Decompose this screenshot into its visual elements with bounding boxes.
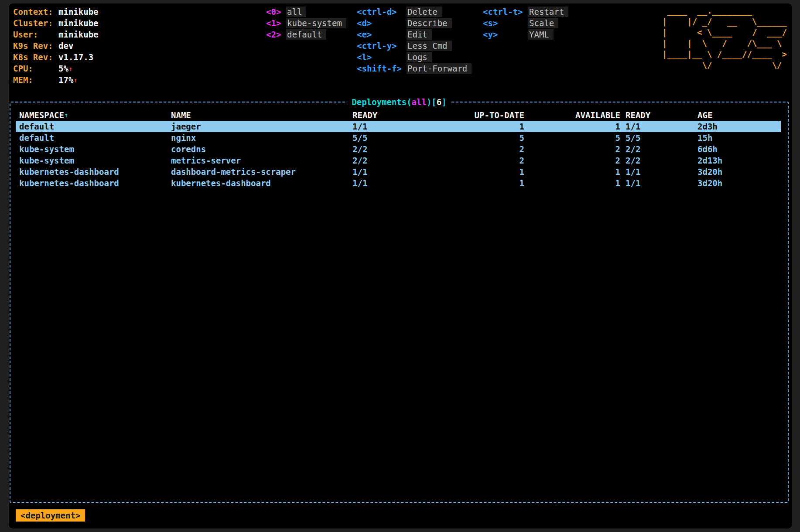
cell-namespace: kube-system: [19, 143, 171, 155]
info-value: minikube: [58, 18, 99, 28]
info-value: v1.17.3: [58, 52, 93, 62]
shortcut-port-forward: <shift-f>Port-Forward: [357, 63, 472, 74]
hotkey: <2>: [266, 29, 286, 40]
column-header-ready-2[interactable]: READY: [620, 109, 697, 121]
column-header-available[interactable]: AVAILABLE: [524, 109, 620, 121]
cell-up-to-date: 2: [474, 143, 524, 155]
shortcut-scale: <s>Scale: [483, 17, 568, 29]
info-row-user: User:minikube: [13, 29, 99, 40]
info-label: K9s Rev:: [13, 40, 58, 51]
cell-name: kubernetes-dashboard: [171, 177, 352, 189]
cell-available: 1: [524, 166, 620, 177]
title-punct: (: [407, 97, 411, 107]
shortcut-less-cmd: <ctrl-y>Less Cmd: [357, 40, 472, 51]
info-label: Context:: [13, 6, 58, 17]
cell-up-to-date: 1: [474, 121, 524, 132]
cell-name: dashboard-metrics-scraper: [171, 166, 352, 177]
info-value: minikube: [58, 7, 99, 17]
mem-trend-up-icon: ↑: [73, 76, 77, 84]
cell-age: 15h: [697, 132, 781, 143]
table-row[interactable]: kubernetes-dashboard kubernetes-dashboar…: [16, 177, 781, 189]
title-count: 6: [437, 97, 441, 107]
info-label: Cluster:: [13, 17, 58, 29]
table-row[interactable]: kube-system metrics-server 2/2 2 2 2/2 2…: [16, 155, 781, 166]
namespace-item-kube-system: <1>kube-system: [266, 17, 346, 29]
logo-line: | < \____ / ___/: [662, 27, 787, 38]
info-label: K8s Rev:: [13, 51, 58, 63]
cell-namespace: kubernetes-dashboard: [19, 166, 171, 177]
deployments-table: Deployments(all)[6] NAMESPACE↑ NAME READ…: [10, 102, 789, 503]
namespace-label: all: [286, 7, 306, 17]
shortcut-label: Port-Forward: [407, 63, 472, 74]
cell-ready: 1/1: [352, 121, 474, 132]
title-punct: [: [431, 97, 436, 107]
table-header-row: NAMESPACE↑ NAME READY UP-TO-DATE AVAILAB…: [16, 109, 781, 121]
cell-ready: 2/2: [352, 155, 474, 166]
k9s-logo: ____ __.________ | |/ _/ __ \______ | < …: [662, 5, 787, 71]
namespace-hotkeys-panel: <0>all <1>kube-system <2>default: [266, 6, 346, 40]
shortcut-label: Restart: [528, 7, 568, 17]
shortcut-label: Describe: [407, 18, 452, 28]
shortcut-delete: <ctrl-d>Delete: [357, 6, 472, 17]
cell-up-to-date: 1: [474, 166, 524, 177]
hotkey: <l>: [357, 51, 407, 63]
cell-namespace: kube-system: [19, 155, 171, 166]
table-row[interactable]: kube-system coredns 2/2 2 2 2/2 6d6h: [16, 143, 781, 155]
sort-ascending-icon: ↑: [64, 111, 68, 119]
cell-ready-2: 5/5: [620, 132, 697, 143]
hotkey: <1>: [266, 17, 286, 29]
column-header-age[interactable]: AGE: [697, 109, 781, 121]
info-row-cpu: CPU:5%↑: [13, 63, 99, 74]
cell-name: nginx: [171, 132, 352, 143]
info-value: 5%: [58, 64, 68, 73]
cell-ready-2: 2/2: [620, 143, 697, 155]
info-row-k9s-rev: K9s Rev:dev: [13, 40, 99, 51]
hotkey: <ctrl-y>: [357, 40, 407, 51]
table-row[interactable]: default nginx 5/5 5 5 5/5 15h: [16, 132, 781, 143]
cell-name: metrics-server: [171, 155, 352, 166]
hotkey: <shift-f>: [357, 63, 407, 74]
shortcut-label: Scale: [528, 18, 558, 28]
table-row[interactable]: default jaeger 1/1 1 1 1/1 2d3h: [16, 121, 781, 132]
info-value: dev: [58, 41, 73, 51]
column-header-namespace[interactable]: NAMESPACE↑: [19, 109, 171, 121]
shortcut-label: YAML: [528, 29, 554, 40]
column-header-name[interactable]: NAME: [171, 109, 352, 121]
title-punct: ): [427, 97, 431, 107]
info-row-context: Context:minikube: [13, 6, 99, 17]
title-punct: ]: [441, 97, 446, 107]
namespace-item-default: <2>default: [266, 29, 346, 40]
shortcuts-panel-2: <ctrl-t>Restart <s>Scale <y>YAML: [483, 6, 568, 40]
namespace-label: kube-system: [286, 18, 346, 28]
namespace-label: default: [286, 29, 326, 40]
logo-line: | | \ / /\___ \: [662, 38, 787, 49]
info-label: MEM:: [13, 74, 58, 85]
shortcut-describe: <d>Describe: [357, 17, 472, 29]
shortcut-restart: <ctrl-t>Restart: [483, 6, 568, 17]
column-header-ready[interactable]: READY: [352, 109, 474, 121]
column-header-label: NAMESPACE: [19, 110, 64, 120]
info-label: CPU:: [13, 63, 58, 74]
cell-up-to-date: 2: [474, 155, 524, 166]
shortcut-yaml: <y>YAML: [483, 29, 568, 40]
info-row-cluster: Cluster:minikube: [13, 17, 99, 29]
logo-line: ____ __.________: [662, 5, 787, 16]
cell-available: 1: [524, 177, 620, 189]
cell-age: 2d13h: [697, 155, 781, 166]
title-scope: all: [412, 97, 427, 107]
cell-up-to-date: 5: [474, 132, 524, 143]
column-header-up-to-date[interactable]: UP-TO-DATE: [474, 109, 524, 121]
table-row[interactable]: kubernetes-dashboard dashboard-metrics-s…: [16, 166, 781, 177]
cell-name: coredns: [171, 143, 352, 155]
breadcrumb-deployment[interactable]: <deployment>: [16, 509, 85, 522]
shortcut-logs: <l>Logs: [357, 51, 472, 63]
cell-namespace: kubernetes-dashboard: [19, 177, 171, 189]
cell-available: 1: [524, 121, 620, 132]
cluster-info-panel: Context:minikube Cluster:minikube User:m…: [13, 6, 99, 85]
hotkey: <ctrl-t>: [483, 6, 528, 17]
logo-line: | |/ _/ __ \______: [662, 16, 787, 27]
cell-age: 3d20h: [697, 177, 781, 189]
logo-line: |____|__ \ /____//____ >: [662, 49, 787, 60]
cell-up-to-date: 1: [474, 177, 524, 189]
cell-ready-2: 1/1: [620, 121, 697, 132]
